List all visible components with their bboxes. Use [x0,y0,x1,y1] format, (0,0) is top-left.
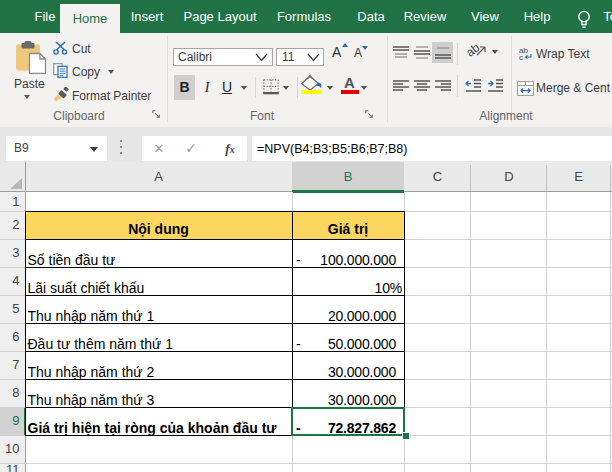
svg-text:c: c [519,53,523,61]
